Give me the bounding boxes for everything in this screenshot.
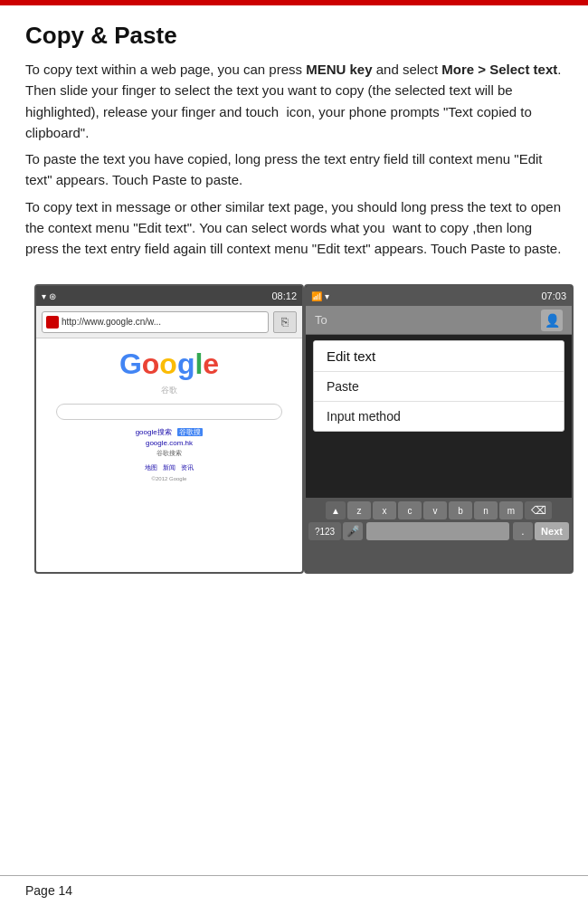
left-time: 08:12: [271, 291, 297, 301]
key-next[interactable]: Next: [535, 522, 569, 540]
screenshots-row: ▾ ⊛ 08:12 http://www.google.cn/w... ⎘ Go…: [25, 284, 563, 574]
key-b[interactable]: b: [449, 501, 472, 519]
key-v[interactable]: v: [423, 501, 447, 519]
key-x[interactable]: x: [373, 501, 396, 519]
signal-icon: ▾: [42, 291, 46, 301]
key-dot[interactable]: .: [513, 522, 533, 540]
body-paragraph-3: To copy text in message or other similar…: [25, 196, 563, 260]
url-favicon: [46, 316, 59, 329]
wifi-icon: ⊛: [49, 291, 56, 301]
right-time: 07:03: [541, 291, 566, 301]
phone-right: 📶 ▾ 07:03 To 👤 Edit text Paste Input met…: [304, 284, 574, 574]
to-bar: To 👤: [306, 306, 572, 335]
to-label: To: [315, 313, 327, 327]
link-info: 资讯: [181, 463, 194, 472]
left-status-icons: ▾ ⊛: [42, 291, 56, 301]
browser-bar[interactable]: http://www.google.cn/w... ⎘: [36, 306, 302, 338]
url-text: http://www.google.cn/w...: [62, 317, 161, 327]
key-n[interactable]: n: [474, 501, 498, 519]
keyboard-row-2: ?123 🎤 . Next: [308, 522, 569, 540]
page-title: Copy & Paste: [25, 22, 563, 50]
page-number: Page 14: [25, 883, 72, 898]
google-footer-text: ©2012 Google: [152, 476, 187, 481]
google-result-sub: 谷歌搜索: [69, 449, 270, 458]
context-menu-edit-text[interactable]: Edit text: [314, 341, 564, 372]
link-map: 地图: [145, 463, 157, 472]
keyboard-area: ▲ z x c v b n m ⌫ ?123 🎤 . Next: [306, 498, 572, 572]
google-search-bar[interactable]: [56, 404, 282, 420]
body-paragraph-1: To copy text within a web page, you can …: [25, 59, 563, 143]
signal-icon: ▾: [325, 291, 329, 301]
key-m[interactable]: m: [499, 501, 523, 519]
context-menu-paste[interactable]: Paste: [314, 372, 564, 402]
browser-content: Google 谷歌 google搜索 谷歌搜 google.com.hk 谷歌搜…: [36, 338, 302, 572]
phone-left: ▾ ⊛ 08:12 http://www.google.cn/w... ⎘ Go…: [34, 284, 304, 574]
right-status-icons: 📶 ▾: [311, 291, 329, 301]
key-space[interactable]: [366, 522, 509, 540]
key-delete[interactable]: ⌫: [525, 501, 552, 519]
link-news: 新闻: [163, 463, 175, 472]
key-z[interactable]: z: [347, 501, 371, 519]
body-paragraph-2: To paste the text you have copied, long …: [25, 148, 563, 191]
contact-icon: 👤: [541, 310, 563, 331]
url-box[interactable]: http://www.google.cn/w...: [42, 311, 269, 333]
key-num-switch[interactable]: ?123: [308, 522, 341, 540]
context-menu: Edit text Paste Input method: [313, 340, 564, 432]
right-status-bar: 📶 ▾ 07:03: [306, 286, 572, 306]
left-status-bar: ▾ ⊛ 08:12: [36, 286, 302, 306]
google-result-2: google.com.hk: [62, 439, 276, 447]
copy-icon: ⎘: [281, 315, 289, 329]
key-mic[interactable]: 🎤: [343, 522, 363, 540]
context-menu-input-method[interactable]: Input method: [314, 402, 564, 431]
copy-button[interactable]: ⎘: [273, 311, 297, 333]
keyboard-row-1: ▲ z x c v b n m ⌫: [308, 501, 569, 519]
google-result-1: google搜索 谷歌搜: [62, 427, 276, 437]
google-subtitle: 谷歌: [161, 385, 177, 396]
wifi-icon: 📶: [311, 291, 322, 301]
footer: Page 14: [0, 875, 588, 905]
key-arrow-up[interactable]: ▲: [326, 501, 346, 519]
google-logo: Google: [119, 348, 219, 381]
key-c[interactable]: c: [398, 501, 422, 519]
google-links-row: 地图 新闻 资讯: [145, 463, 194, 472]
